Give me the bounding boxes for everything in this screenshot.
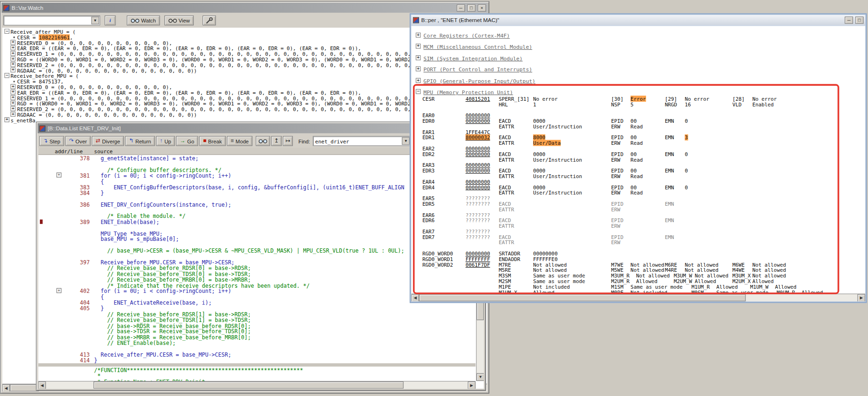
expand-block-icon[interactable]: +	[56, 172, 61, 178]
tree-expander-minus-icon[interactable]: −	[4, 29, 9, 34]
expand-block-icon[interactable]: +	[56, 288, 61, 293]
scroll-right-icon[interactable]: ▶	[468, 381, 476, 389]
tree-expander-plus-icon[interactable]: +	[416, 44, 421, 49]
section-link[interactable]: MPU (Memory Protection Unit)	[424, 89, 513, 95]
tree-expander-plus-icon[interactable]: +	[10, 84, 15, 89]
tree-expander-plus-icon[interactable]: +	[416, 78, 421, 83]
over-button[interactable]: ↷Over	[65, 136, 91, 146]
tree-expander-plus-icon[interactable]: +	[10, 95, 15, 100]
scroll-down-icon[interactable]: ▼	[477, 373, 484, 381]
scroll-left-icon[interactable]: ◀	[411, 294, 419, 301]
register-row: CESR40815201SPERR_[31]No error[30]Error[…	[411, 96, 865, 101]
per-horizontal-scrollbar[interactable]: ◀ ▶	[411, 294, 865, 302]
minimize-button[interactable]: ─	[457, 4, 465, 11]
up-icon: ↑	[160, 138, 163, 144]
tree-expander-plus-icon[interactable]: +	[10, 101, 15, 106]
tree-expander-plus-icon[interactable]: +	[10, 51, 15, 56]
tree-expander-plus-icon[interactable]: +	[10, 90, 15, 95]
find-label: Find:	[298, 138, 310, 144]
tree-expander-plus-icon[interactable]: +	[416, 33, 421, 38]
break-button[interactable]: ■Break	[199, 136, 226, 146]
chevron-down-icon[interactable]: ▼	[91, 16, 99, 24]
find-input[interactable]: enet_driver ▼	[313, 136, 411, 146]
go-button[interactable]: →Go	[176, 136, 198, 146]
register-row	[411, 107, 865, 112]
scroll-left-icon[interactable]: ◀	[2, 384, 10, 391]
section-link[interactable]: Core Registers (Cortex-M4F)	[424, 33, 510, 39]
chevron-down-icon[interactable]: ▼	[402, 137, 410, 145]
code-line: // base->TDSR = Receive_base_before_TDSR…	[38, 329, 475, 334]
tree-expander-plus-icon[interactable]: +	[10, 40, 15, 45]
track-next-button[interactable]: ↦	[283, 136, 293, 146]
var-watch-titlebar[interactable]: B::Var.Watch ─ □ ×	[2, 3, 488, 13]
return-button[interactable]: ↰Return	[125, 136, 155, 146]
track-up-button[interactable]: ↥	[271, 136, 282, 146]
source-text: for (i = 0U; i < config->ringCount; i++)	[94, 172, 231, 179]
minimize-button[interactable]: ─	[845, 16, 853, 23]
per-window: B::per , "ENET (Ethernet MAC)" ─ □ +Core…	[410, 13, 867, 303]
tree-expander-plus-icon[interactable]: +	[10, 106, 15, 112]
section-link[interactable]: PORT (Port Control and Interrupts)	[424, 67, 533, 73]
scrollbar-thumb[interactable]	[93, 381, 404, 389]
scroll-right-icon[interactable]: ▶	[858, 294, 866, 301]
register-row: EDR000000000EACD0000EPID00EMN0	[411, 118, 865, 123]
tree-expander-minus-icon[interactable]: −	[416, 89, 421, 94]
source-text: ENET_ConfigBufferDescriptors(base, i, co…	[94, 184, 404, 190]
watch-expression-combo[interactable]: ▼	[3, 15, 100, 25]
line-number[interactable]: 404	[62, 299, 90, 306]
source-text: ENET_DRV_ConfigCounters(instance, true);	[94, 202, 231, 208]
break-label: Break	[208, 138, 221, 144]
source-text: // Receive_base_before_MRBR[0] = base->M…	[94, 276, 251, 283]
diverge-button[interactable]: ⇄Diverge	[92, 136, 124, 146]
section-link[interactable]: GPIO (General-Purpose Input/Output)	[424, 78, 536, 84]
line-number[interactable]: 413	[62, 351, 90, 358]
up-button[interactable]: ↑Up	[156, 136, 175, 146]
breakpoint-marker[interactable]	[40, 219, 43, 224]
maximize-button[interactable]: □	[855, 16, 864, 23]
scrollbar-thumb[interactable]	[419, 294, 746, 301]
list-horizontal-scrollbar[interactable]: ◀ ▶	[38, 381, 475, 389]
register-row: EATTRUser/DataERWRead	[411, 140, 865, 146]
tree-expander-plus-icon[interactable]: +	[10, 67, 15, 73]
diverge-label: Diverge	[102, 138, 120, 144]
tree-expander-plus-icon[interactable]: +	[4, 117, 9, 122]
watch-button[interactable]: Watch	[127, 15, 160, 25]
tree-expander-plus-icon[interactable]: +	[10, 56, 15, 61]
step-button[interactable]: ↴Step	[39, 136, 64, 146]
tree-expander-plus-icon[interactable]: +	[10, 62, 15, 67]
line-number[interactable]: 389	[62, 219, 90, 225]
view-button[interactable]: View	[164, 15, 194, 25]
per-title: B::per , "ENET (Ethernet MAC)"	[421, 17, 843, 23]
register-row: EDR200000000EACD0000EPID00EMN0	[411, 151, 865, 157]
tree-expander-plus-icon[interactable]: +	[416, 55, 421, 60]
line-number[interactable]: 383	[62, 184, 90, 190]
tools-button[interactable]	[203, 15, 216, 25]
scrollbar-thumb[interactable]	[10, 384, 38, 391]
section-link[interactable]: MCM (Miscellaneous Control Module)	[424, 44, 533, 50]
source-text: // base->TDSR = Receive_base_before_TDSR…	[94, 329, 251, 335]
line-number[interactable]: 378	[62, 156, 90, 162]
info-button[interactable]: i	[105, 15, 116, 25]
tree-expander-plus-icon[interactable]: +	[10, 45, 15, 51]
line-number[interactable]: 384	[62, 190, 90, 196]
line-number[interactable]: 414	[62, 358, 90, 364]
mode-button[interactable]: ≡Mode	[227, 136, 252, 146]
trace32-icon	[413, 17, 419, 23]
close-button[interactable]: ×	[478, 4, 486, 11]
line-number[interactable]: 402	[62, 288, 90, 294]
line-number[interactable]: 405	[62, 306, 90, 312]
per-titlebar[interactable]: B::per , "ENET (Ethernet MAC)" ─ □	[411, 15, 865, 25]
tree-expander-minus-icon[interactable]: −	[4, 73, 9, 78]
register-row: EDR7????????EACDEPIDEMN	[411, 234, 865, 239]
register-row: M2SMSame as user modeM2UM_RAllowedM2UM_W…	[411, 278, 865, 284]
maximize-button[interactable]: □	[467, 4, 476, 11]
line-number[interactable]: 386	[62, 202, 90, 208]
source-text: // ENET_Enable(base);	[94, 340, 176, 346]
scroll-left-icon[interactable]: ◀	[38, 381, 46, 389]
list-browse-button[interactable]	[256, 136, 270, 146]
tree-expander-plus-icon[interactable]: +	[416, 67, 421, 72]
section-link[interactable]: SIM (System Integration Module)	[424, 55, 523, 61]
tree-expander-plus-icon[interactable]: +	[10, 112, 15, 117]
line-number[interactable]: 381	[62, 172, 90, 179]
line-number[interactable]: 397	[62, 259, 90, 265]
